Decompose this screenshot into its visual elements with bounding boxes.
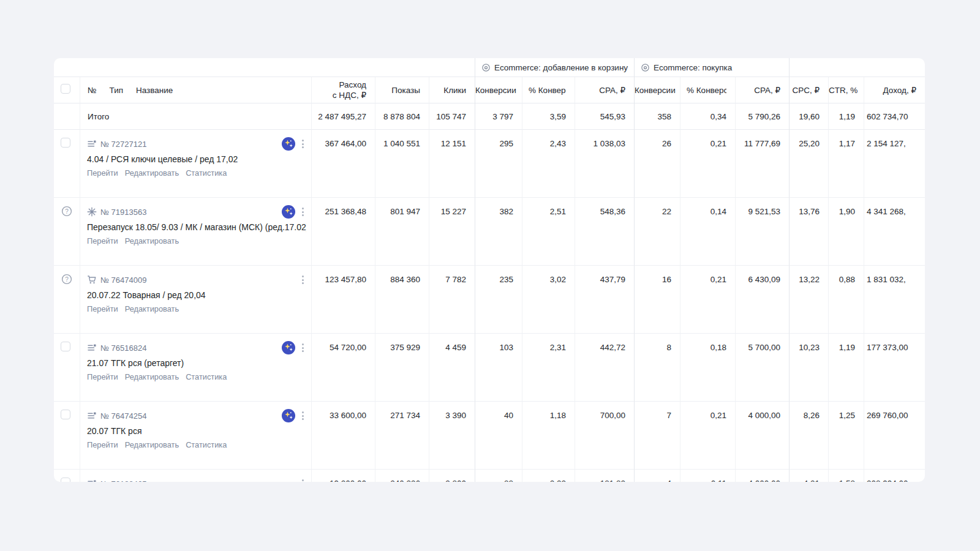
- col-conversion-pct-cart: % Конверсий: [522, 77, 575, 103]
- col-type: Тип: [109, 86, 123, 95]
- statistics-link[interactable]: Статистика: [186, 440, 227, 449]
- cell-conv-cart: 235: [475, 266, 522, 334]
- row-checkbox[interactable]: [61, 410, 70, 419]
- go-to-link[interactable]: Перейти: [87, 440, 118, 449]
- totals-income: 602 734,70: [864, 103, 925, 130]
- row-checkbox[interactable]: [61, 342, 70, 351]
- row-menu-button[interactable]: [300, 478, 306, 482]
- statistics-link[interactable]: Статистика: [186, 168, 227, 178]
- edit-link[interactable]: Редактировать: [125, 372, 179, 381]
- text-campaign-icon: [87, 411, 97, 421]
- row-menu-button[interactable]: [300, 206, 306, 217]
- totals-row: Итого 2 487 495,27 8 878 804 105 747 3 7…: [54, 103, 925, 130]
- totals-clicks: 105 747: [429, 103, 475, 130]
- cell-conv-purchase: 7: [634, 402, 680, 470]
- campaigns-table-card: Ecommerce: добавление в корзину Ecommerc…: [54, 58, 925, 482]
- cell-clicks: 12 151: [429, 130, 475, 198]
- cell-ctr: 1,58: [828, 470, 864, 482]
- cell-conv-pct-cart: 1,18: [522, 402, 575, 470]
- campaign-number: № 76188465: [100, 479, 146, 482]
- text-campaign-icon: [87, 139, 97, 149]
- edit-link[interactable]: Редактировать: [125, 168, 179, 178]
- sparkles-badge[interactable]: [282, 341, 295, 354]
- cell-cost: 54 720,00: [311, 334, 375, 402]
- cell-cost: 367 464,00: [311, 130, 375, 198]
- totals-shows: 8 878 804: [375, 103, 429, 130]
- cell-shows: 271 734: [375, 402, 429, 470]
- campaign-number: № 76474254: [100, 411, 146, 421]
- ecommerce-add-to-cart-group: Ecommerce: добавление в корзину: [475, 63, 634, 72]
- row-menu-button[interactable]: [300, 138, 306, 149]
- cell-cpc: 13,22: [789, 266, 828, 334]
- cell-clicks: 4 459: [429, 334, 475, 402]
- text-campaign-icon: [87, 479, 97, 482]
- cell-cpa-cart: 700,00: [575, 402, 634, 470]
- goal-icon: [481, 63, 491, 72]
- cell-clicks: 15 227: [429, 198, 475, 266]
- cell-cost: 19 200,00: [311, 470, 375, 482]
- cell-conv-pct-cart: 2,51: [522, 198, 575, 266]
- statistics-link[interactable]: Статистика: [186, 372, 227, 381]
- cell-clicks: 7 782: [429, 266, 475, 334]
- campaign-row: № 76474254 20.07 ТГК рся Перейти Редакти…: [54, 402, 925, 470]
- cell-cpc: 25,20: [789, 130, 828, 198]
- cell-cpa-purchase: 4 000,00: [735, 402, 789, 470]
- group-label-purchase: Ecommerce: покупка: [654, 63, 732, 72]
- select-all-checkbox[interactable]: [61, 84, 70, 94]
- cell-conv-pct-cart: 2,31: [522, 334, 575, 402]
- cell-conv-purchase: 4: [634, 470, 680, 482]
- cell-shows: 1 040 551: [375, 130, 429, 198]
- cell-conv-pct-purchase: 0,21: [680, 266, 735, 334]
- col-num: №: [88, 86, 96, 95]
- goal-icon: [641, 63, 650, 72]
- campaign-title: 21.07 ТГК рся (ретаргет): [87, 358, 306, 368]
- col-conversions-purchase: Конверсии: [634, 77, 680, 103]
- row-checkbox[interactable]: [61, 138, 70, 148]
- campaign-title: 20.07 ТГК рся: [87, 426, 306, 436]
- sparkles-icon: [282, 206, 295, 218]
- edit-link[interactable]: Редактировать: [125, 440, 179, 449]
- col-income: Доход, ₽: [864, 77, 925, 103]
- row-menu-button[interactable]: [300, 342, 306, 353]
- question-icon[interactable]: [61, 206, 72, 217]
- sparkles-badge[interactable]: [282, 409, 295, 422]
- sparkles-badge[interactable]: [282, 205, 295, 219]
- cell-cpa-purchase: 5 700,00: [735, 334, 789, 402]
- go-to-link[interactable]: Перейти: [87, 168, 118, 178]
- cell-shows: 240 336: [375, 470, 429, 482]
- cell-ctr: 1,25: [828, 402, 864, 470]
- campaign-number: № 71913563: [100, 208, 146, 217]
- cell-conv-cart: 40: [475, 402, 522, 470]
- sparkles-badge[interactable]: [282, 137, 295, 151]
- cell-cpa-cart: 181,82: [575, 470, 634, 482]
- go-to-link[interactable]: Перейти: [87, 304, 118, 313]
- cell-conv-pct-purchase: 0,18: [680, 334, 735, 402]
- cell-cpa-cart: 442,72: [575, 334, 634, 402]
- sparkles-icon: [282, 410, 295, 422]
- edit-link[interactable]: Редактировать: [125, 236, 179, 246]
- campaign-row: № 72727121 4.04 / РСЯ ключи целевые / ре…: [54, 130, 925, 198]
- question-icon[interactable]: [61, 274, 72, 285]
- ecommerce-purchase-group: Ecommerce: покупка: [635, 63, 789, 72]
- cell-ctr: 1,17: [828, 130, 864, 198]
- row-checkbox[interactable]: [61, 478, 70, 482]
- totals-conv-purchase: 358: [634, 103, 680, 130]
- row-menu-button[interactable]: [300, 410, 306, 421]
- cell-cpa-cart: 437,79: [575, 266, 634, 334]
- totals-cpa-cart: 545,93: [575, 103, 634, 130]
- cell-income: 2 154 127,: [864, 130, 925, 198]
- col-conversion-pct-purchase: % Конверсий: [680, 77, 735, 103]
- cell-conv-purchase: 16: [634, 266, 680, 334]
- row-menu-button[interactable]: [300, 274, 306, 285]
- cell-ctr: 0,88: [828, 266, 864, 334]
- go-to-link[interactable]: Перейти: [87, 236, 118, 246]
- campaign-title: Перезапуск 18.05/ 9.03 / МК / магазин (М…: [87, 222, 306, 232]
- cell-cpc: 8,26: [789, 402, 828, 470]
- edit-link[interactable]: Редактировать: [125, 304, 179, 313]
- column-header-row: № Тип Название Расходс НДС, ₽ Показы Кли…: [54, 77, 925, 103]
- cell-conv-pct-purchase: 0,21: [680, 130, 735, 198]
- cell-conv-pct-cart: 2,32: [522, 470, 575, 482]
- cell-shows: 375 929: [375, 334, 429, 402]
- go-to-link[interactable]: Перейти: [87, 372, 118, 381]
- cell-conv-purchase: 8: [634, 334, 680, 402]
